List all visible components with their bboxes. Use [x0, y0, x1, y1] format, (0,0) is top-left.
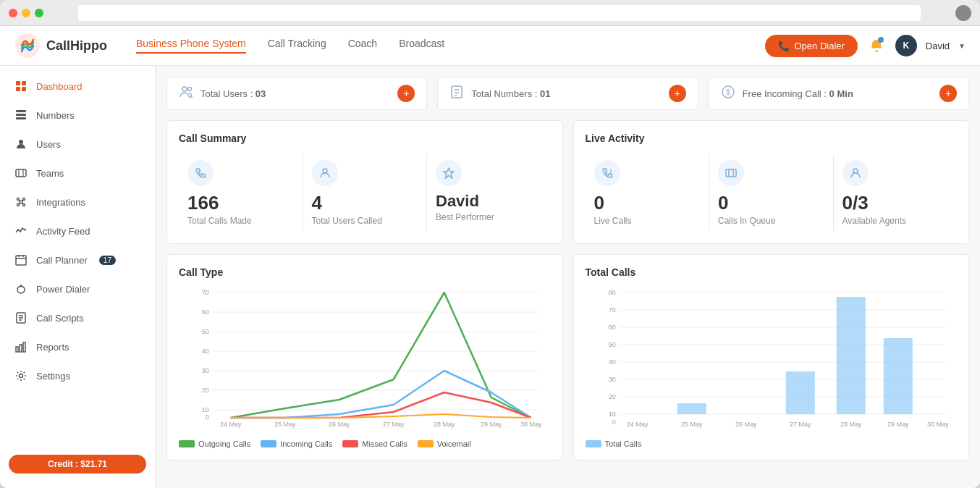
sidebar-item-activity-feed[interactable]: Activity Feed: [0, 216, 155, 245]
total-calls-chart-area: 80 70 60 50 40 30 20 10 0 24 May: [586, 285, 958, 432]
svg-point-15: [17, 204, 20, 206]
open-dialer-button[interactable]: 📞 Open Dialer: [765, 35, 857, 57]
sidebar-label-reports: Reports: [36, 342, 69, 353]
svg-point-48: [853, 169, 858, 173]
available-agents-item: 0/3 Available Agents: [834, 154, 958, 232]
power-icon: [14, 282, 28, 295]
outgoing-legend-color: [179, 440, 195, 447]
svg-point-35: [182, 87, 187, 91]
sidebar-item-call-scripts[interactable]: Call Scripts: [0, 303, 155, 332]
live-calls-item: 0 Live Calls: [586, 154, 710, 232]
agent-icon: [842, 160, 869, 186]
svg-rect-32: [20, 345, 22, 352]
nav-coach[interactable]: Coach: [348, 38, 377, 54]
svg-rect-21: [16, 256, 26, 265]
total-calls-chart-panel: Total Calls: [573, 254, 970, 460]
call-type-legend: Outgoing Calls Incoming Calls Missed Cal…: [179, 439, 551, 448]
svg-text:24 May: 24 May: [626, 421, 648, 428]
svg-text:30 May: 30 May: [520, 421, 542, 428]
free-incoming-card: $ Free Incoming Call : 0 Min +: [709, 77, 969, 110]
logo-icon: [14, 33, 41, 59]
legend-missed: Missed Calls: [342, 439, 407, 448]
svg-point-13: [17, 198, 20, 201]
sidebar-item-settings[interactable]: Settings: [0, 361, 155, 390]
voicemail-legend-color: [418, 440, 434, 447]
add-users-button[interactable]: +: [397, 85, 415, 102]
sidebar-label-activity: Activity Feed: [36, 226, 90, 237]
sidebar-item-numbers[interactable]: Numbers: [0, 101, 155, 130]
queue-icon: [718, 160, 744, 186]
user-icon: [14, 138, 28, 151]
bar-27may: [785, 371, 814, 414]
svg-line-20: [22, 203, 23, 204]
svg-text:30 May: 30 May: [926, 421, 948, 428]
outgoing-legend-label: Outgoing Calls: [198, 439, 250, 448]
bar-25may: [677, 403, 706, 414]
sidebar-label-call-scripts: Call Scripts: [36, 313, 84, 324]
available-agents-label: Available Agents: [842, 216, 949, 226]
notifications-bell[interactable]: [866, 35, 887, 56]
best-performer-label: Best Performer: [436, 212, 542, 222]
missed-legend-label: Missed Calls: [362, 439, 407, 448]
sidebar-label-settings: Settings: [36, 371, 70, 382]
total-calls-legend-color: [586, 440, 601, 447]
nav-broadcast[interactable]: Broadcast: [399, 38, 444, 54]
svg-text:70: 70: [608, 306, 615, 314]
main-layout: Dashboard Numbers Users: [0, 66, 980, 488]
sidebar-item-integrations[interactable]: Integrations: [0, 188, 155, 216]
svg-point-16: [23, 204, 25, 206]
live-calls-label: Live Calls: [594, 216, 701, 226]
total-calls-made-value: 166: [187, 192, 294, 214]
nav-business-phone[interactable]: Business Phone System: [136, 38, 246, 54]
user-name[interactable]: David: [926, 41, 950, 51]
content-area: Total Users : 03 + Total Numbers : 01 + …: [156, 66, 980, 488]
best-performer-value: David: [436, 192, 542, 211]
total-users-card: Total Users : 03 +: [166, 77, 427, 110]
numbers-stat-icon: [449, 85, 464, 102]
live-calls-icon: [594, 160, 620, 186]
svg-text:25 May: 25 May: [680, 421, 702, 428]
sidebar-item-reports[interactable]: Reports: [0, 332, 155, 361]
minimize-button[interactable]: [22, 9, 30, 17]
bar-29may: [883, 338, 912, 414]
live-calls-value: 0: [594, 192, 701, 214]
teams-icon: [14, 167, 28, 180]
close-button[interactable]: [9, 9, 17, 17]
available-agents-value: 0/3: [842, 192, 949, 214]
logo: CallHippo: [14, 33, 107, 59]
sidebar-item-power-dialer[interactable]: Power Dialer: [0, 274, 155, 303]
svg-text:10: 10: [608, 411, 615, 418]
svg-text:25 May: 25 May: [274, 421, 296, 428]
add-incoming-button[interactable]: +: [939, 85, 957, 102]
notification-dot: [878, 37, 884, 43]
calls-in-queue-label: Calls In Queue: [718, 216, 824, 226]
total-users-called-label: Total Users Called: [312, 216, 418, 226]
total-users-value: 03: [255, 88, 266, 99]
title-bar: [0, 0, 980, 26]
sidebar: Dashboard Numbers Users: [0, 66, 156, 488]
call-type-chart-panel: Call Type: [166, 254, 563, 460]
nav-call-tracking[interactable]: Call Tracking: [268, 38, 326, 54]
maximize-button[interactable]: [35, 9, 43, 17]
call-planner-badge: 17: [99, 256, 116, 265]
sidebar-item-call-planner[interactable]: Call Planner 17: [0, 245, 155, 274]
user-dropdown-icon[interactable]: ▼: [958, 42, 966, 50]
incoming-legend-color: [261, 440, 276, 447]
address-bar[interactable]: [78, 5, 921, 21]
svg-rect-31: [16, 347, 18, 352]
svg-point-36: [188, 88, 192, 91]
svg-text:29 May: 29 May: [887, 421, 908, 428]
add-numbers-button[interactable]: +: [669, 85, 686, 102]
svg-text:60: 60: [608, 324, 615, 331]
credit-button[interactable]: Credit : $21.71: [9, 455, 146, 474]
sidebar-item-dashboard[interactable]: Dashboard: [0, 72, 155, 101]
svg-point-14: [23, 198, 25, 201]
sidebar-item-teams[interactable]: Teams: [0, 159, 155, 188]
sidebar-item-users[interactable]: Users: [0, 130, 155, 159]
svg-rect-9: [16, 169, 26, 177]
svg-rect-6: [16, 114, 26, 116]
voicemail-line: [231, 414, 531, 418]
top-nav: CallHippo Business Phone System Call Tra…: [0, 26, 980, 66]
svg-point-43: [323, 169, 327, 173]
total-users-label: Total Users : 03: [200, 88, 266, 99]
